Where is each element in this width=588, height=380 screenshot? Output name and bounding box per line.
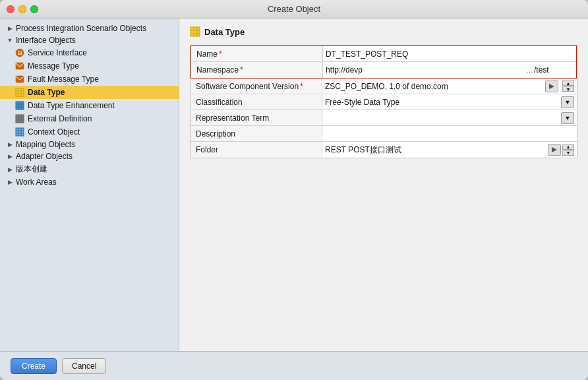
sidebar-item-context-object[interactable]: Context Object [0, 125, 179, 139]
form-container: Name * Namespace * [190, 45, 577, 158]
data-type-enhancement-icon [15, 100, 25, 111]
svg-rect-25 [191, 27, 200, 36]
sidebar-item-label: Fault Message Type [28, 75, 99, 84]
description-value [322, 126, 577, 141]
representation-term-row: Representation Term ▼ [191, 110, 577, 126]
svg-text:!: ! [19, 80, 20, 84]
description-label: Description [191, 126, 322, 141]
sidebar-item-label: Process Integration Scenario Objects [16, 24, 146, 33]
classification-label: Classification [191, 94, 322, 110]
panel-title-icon [190, 26, 200, 37]
expand-arrow-icon: ▶ [5, 152, 15, 161]
classification-row: Classification ▼ [191, 94, 577, 110]
folder-up-button[interactable]: ▲ [562, 144, 574, 150]
scv-label: Software Component Version * [191, 79, 322, 94]
classification-dropdown-button[interactable]: ▼ [561, 96, 574, 108]
title-bar: Create Object [0, 0, 588, 18]
sidebar-item-label: Service Interface [28, 48, 87, 57]
maximize-button[interactable] [30, 5, 38, 13]
svg-rect-5 [16, 88, 24, 96]
namespace-value: ... [323, 62, 576, 78]
name-value [323, 46, 576, 61]
namespace-input-row: ... [326, 65, 573, 75]
folder-browse-button[interactable] [548, 144, 561, 156]
scv-input-area: ▲ ▼ [325, 80, 574, 92]
sidebar-item-work-areas[interactable]: ▶ Work Areas [0, 176, 179, 188]
browse-icon [548, 83, 555, 90]
folder-row: Folder ▲ ▼ [191, 142, 577, 158]
sidebar-item-mapping-objects[interactable]: ▶ Mapping Objects [0, 139, 179, 150]
scv-browse-button[interactable] [545, 80, 558, 92]
svg-text:SI: SI [18, 51, 22, 55]
namespace-part2-input[interactable] [534, 65, 573, 75]
sidebar-item-process-integration[interactable]: ▶ Process Integration Scenario Objects [0, 22, 179, 34]
panel-title-area: Data Type [190, 26, 577, 37]
svg-rect-2 [16, 63, 24, 69]
panel-title-text: Data Type [204, 27, 245, 37]
context-object-icon [15, 127, 25, 137]
window-controls [7, 5, 38, 13]
sidebar-item-label: Mapping Objects [16, 140, 75, 149]
classification-value: ▼ [322, 94, 577, 110]
expand-arrow-icon: ▼ [5, 36, 15, 45]
name-input[interactable] [326, 49, 573, 59]
close-button[interactable] [7, 5, 15, 13]
folder-label: Folder [191, 142, 322, 158]
cancel-button[interactable]: Cancel [62, 358, 106, 374]
content-area: ▶ Process Integration Scenario Objects ▼… [0, 18, 588, 351]
scv-value: ▲ ▼ [322, 79, 577, 94]
service-interface-icon: SI [15, 48, 25, 58]
sidebar-item-label: Interface Objects [16, 36, 76, 45]
folder-value: ▲ ▼ [322, 142, 577, 158]
sidebar-item-label: Work Areas [16, 177, 57, 187]
sidebar-item-version-create[interactable]: ▶ 版本创建 [0, 162, 179, 176]
representation-term-input[interactable] [325, 113, 561, 123]
folder-down-button[interactable]: ▼ [562, 150, 574, 156]
sidebar: ▶ Process Integration Scenario Objects ▼… [0, 18, 179, 351]
minimize-button[interactable] [18, 5, 26, 13]
expand-arrow-icon: ▶ [5, 165, 15, 174]
sidebar-item-label: Data Type Enhancement [28, 101, 115, 110]
sidebar-item-label: Data Type [28, 88, 65, 97]
namespace-separator: ... [525, 66, 534, 74]
sidebar-item-label: Adapter Objects [16, 152, 73, 161]
sidebar-item-fault-message-type[interactable]: ! Fault Message Type [0, 73, 179, 86]
classification-input[interactable] [325, 98, 561, 107]
sidebar-item-label: 版本创建 [16, 164, 47, 175]
representation-term-dropdown-button[interactable]: ▼ [561, 112, 574, 124]
sidebar-item-external-definition[interactable]: External Definition [0, 112, 179, 125]
folder-input[interactable] [325, 145, 548, 154]
external-definition-icon [15, 113, 25, 124]
sidebar-item-data-type-enhancement[interactable]: Data Type Enhancement [0, 99, 179, 112]
scv-row: Software Component Version * [191, 79, 577, 94]
folder-updown-buttons: ▲ ▼ [562, 144, 574, 156]
main-window: Create Object ▶ Process Integration Scen… [0, 0, 588, 380]
bottom-bar: Create Cancel [0, 351, 588, 380]
sidebar-item-adapter-objects[interactable]: ▶ Adapter Objects [0, 150, 179, 162]
svg-rect-10 [16, 102, 24, 110]
highlighted-fields-group: Name * Namespace * [190, 45, 577, 79]
name-row: Name * [191, 46, 576, 62]
scv-down-button[interactable]: ▼ [562, 86, 574, 92]
sidebar-item-interface-objects[interactable]: ▼ Interface Objects [0, 34, 179, 46]
representation-term-label: Representation Term [191, 110, 322, 125]
main-panel: Data Type Name * [179, 18, 588, 351]
scv-up-button[interactable]: ▲ [562, 80, 574, 86]
name-label: Name * [191, 46, 323, 61]
data-type-icon [15, 87, 25, 98]
sidebar-item-data-type[interactable]: Data Type [0, 86, 179, 99]
sidebar-item-service-interface[interactable]: SI Service Interface [0, 46, 179, 59]
representation-term-value: ▼ [322, 110, 577, 125]
description-row: Description [191, 126, 577, 142]
scv-input[interactable] [325, 82, 543, 91]
fault-message-type-icon: ! [15, 74, 25, 84]
sidebar-item-message-type[interactable]: Message Type [0, 59, 179, 73]
description-input[interactable] [325, 129, 574, 139]
namespace-part1-input[interactable] [326, 65, 525, 75]
folder-browse-icon [551, 146, 558, 153]
create-button[interactable]: Create [11, 358, 57, 374]
namespace-label: Namespace * [191, 62, 323, 78]
svg-rect-20 [16, 128, 24, 136]
sidebar-item-label: External Definition [28, 114, 92, 123]
window-title: Create Object [268, 4, 320, 14]
